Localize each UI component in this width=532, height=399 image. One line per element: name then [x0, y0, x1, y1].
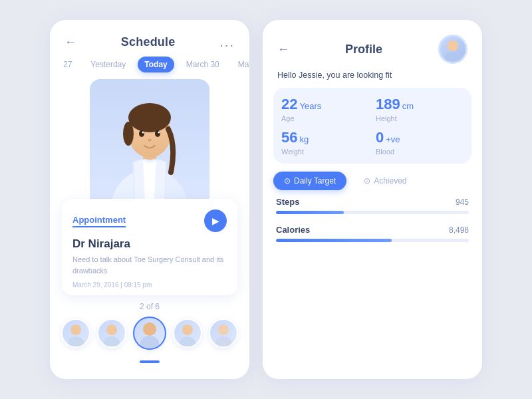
avatar-5[interactable] [209, 319, 238, 348]
svg-point-6 [139, 130, 144, 137]
stat-blood: 0+ve Blood [376, 129, 464, 156]
stat-weight-label: Weight [281, 148, 369, 156]
appointment-header: Appointment ▶ [72, 209, 227, 232]
svg-point-15 [143, 323, 156, 336]
svg-point-18 [180, 336, 196, 346]
svg-point-14 [104, 336, 120, 346]
schedule-header: ← Schedule ... [50, 20, 249, 57]
stat-height-unit: cm [402, 101, 414, 111]
profile-header: ← Profile [263, 20, 482, 70]
stat-blood-unit: +ve [386, 134, 400, 144]
svg-point-20 [215, 336, 231, 346]
stats-grid: 22Years Age 189cm Height 56kg Weight 0+v… [273, 88, 471, 164]
steps-label-row: Steps 945 [276, 197, 469, 207]
avatar-2[interactable] [97, 319, 126, 348]
appointment-description: Need to talk about Toe Surgery Consult a… [72, 254, 227, 276]
stat-age: 22Years Age [281, 96, 369, 122]
svg-point-7 [155, 130, 160, 137]
svg-point-5 [123, 122, 134, 146]
daily-target-tab[interactable]: ⊙ Daily Target [273, 172, 346, 190]
appointment-label: Appointment [72, 215, 126, 227]
stat-height-label: Height [376, 114, 464, 122]
svg-point-11 [70, 325, 81, 335]
avatar-4[interactable] [173, 319, 202, 348]
svg-point-8 [142, 132, 144, 134]
date-tab-mar30[interactable]: March 30 [180, 57, 226, 72]
doctor-name: Dr Nirajara [72, 237, 227, 251]
schedule-more-button[interactable]: ... [219, 35, 235, 50]
stat-weight-value: 56 [281, 129, 297, 146]
schedule-title: Schedule [121, 35, 176, 49]
achieved-icon: ⊙ [364, 176, 370, 186]
svg-point-12 [68, 336, 84, 346]
stat-weight: 56kg Weight [281, 129, 369, 156]
avatars-row [61, 317, 238, 359]
stat-age-unit: Years [299, 101, 321, 111]
svg-point-21 [448, 41, 458, 51]
stat-weight-unit: kg [299, 134, 309, 144]
avatar-1[interactable] [61, 319, 90, 348]
steps-value: 945 [456, 198, 469, 207]
date-tab-27[interactable]: 27 [57, 57, 78, 72]
video-icon: ▶ [212, 215, 219, 226]
stat-blood-label: Blood [376, 148, 464, 156]
svg-point-22 [445, 52, 461, 62]
calories-progress: Calories 8,498 [276, 225, 469, 242]
achieved-tab[interactable]: ⊙ Achieved [353, 172, 417, 190]
profile-title: Profile [289, 43, 438, 57]
calories-label: Calories [276, 225, 310, 235]
profile-card: ← Profile Hello Jessie, you are looking … [263, 20, 482, 379]
achieved-label: Achieved [374, 176, 406, 186]
stat-blood-value: 0 [376, 129, 384, 146]
appointment-card: Appointment ▶ Dr Nirajara Need to talk a… [62, 199, 237, 295]
daily-target-icon: ⊙ [284, 176, 291, 186]
date-tab-mar[interactable]: Mar [231, 57, 249, 72]
target-tabs: ⊙ Daily Target ⊙ Achieved [263, 172, 482, 197]
calories-label-row: Calories 8,498 [276, 225, 469, 235]
schedule-pagination: 2 of 6 [140, 302, 160, 311]
schedule-card: ← Schedule ... 27 Yesterday Today March … [50, 20, 249, 379]
daily-target-label: Daily Target [294, 176, 336, 186]
profile-greeting: Hello Jessie, you are looking fit [263, 70, 482, 88]
svg-point-17 [182, 325, 193, 335]
calories-progress-bar-bg [276, 239, 469, 242]
stat-height: 189cm Height [376, 96, 464, 122]
profile-avatar[interactable] [438, 35, 467, 64]
date-tab-yesterday[interactable]: Yesterday [84, 57, 132, 72]
profile-back-button[interactable]: ← [277, 43, 289, 57]
stat-age-label: Age [281, 114, 369, 122]
svg-point-16 [140, 336, 159, 348]
doctor-image [90, 79, 209, 212]
schedule-back-button[interactable]: ← [65, 35, 76, 49]
svg-point-19 [218, 325, 229, 335]
svg-point-13 [106, 325, 117, 335]
stat-age-value: 22 [281, 96, 297, 112]
steps-label: Steps [276, 197, 299, 207]
video-call-button[interactable]: ▶ [204, 209, 227, 232]
appointment-date: March 29, 2016 | 08:15 pm [72, 281, 227, 289]
steps-progress-bar-bg [276, 211, 469, 214]
doctor-image-area [50, 79, 249, 205]
stat-height-value: 189 [376, 96, 400, 112]
scroll-indicator [140, 360, 160, 363]
avatar-3-active[interactable] [133, 317, 166, 350]
date-tab-today[interactable]: Today [138, 57, 174, 72]
steps-progress-bar-fill [276, 211, 344, 214]
date-tabs: 27 Yesterday Today March 30 Mar [50, 57, 249, 79]
steps-progress: Steps 945 [276, 197, 469, 214]
progress-section: Steps 945 Calories 8,498 [263, 197, 482, 379]
calories-value: 8,498 [449, 225, 469, 235]
calories-progress-bar-fill [276, 239, 392, 242]
svg-point-9 [158, 132, 160, 134]
svg-point-4 [128, 103, 171, 132]
